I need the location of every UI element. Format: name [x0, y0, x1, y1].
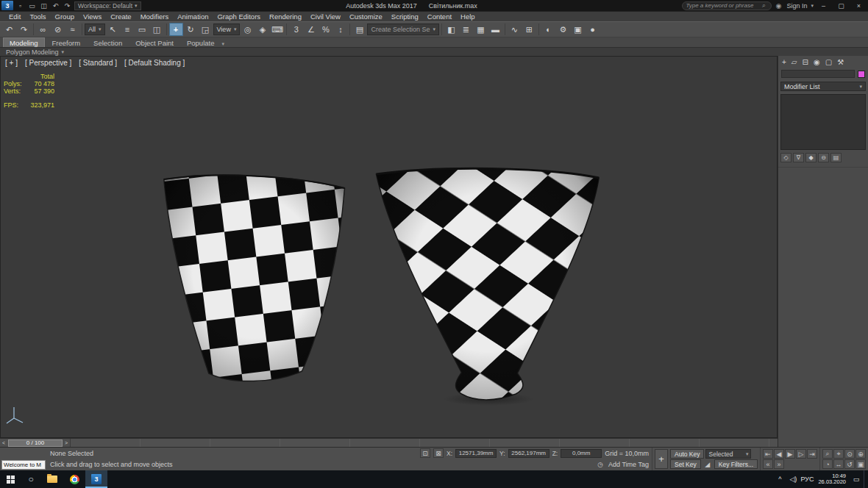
isolate-selection-icon[interactable]: ⊡: [420, 448, 430, 458]
selection-lock-icon[interactable]: ⊠: [433, 448, 444, 458]
menu-edit[interactable]: Edit: [4, 12, 25, 21]
previous-key-icon[interactable]: «: [763, 459, 773, 469]
viewport-style-label[interactable]: [ Standard ]: [79, 59, 117, 67]
language-indicator[interactable]: РУС: [800, 470, 814, 488]
search-box[interactable]: ⌕: [682, 1, 772, 10]
menu-create[interactable]: Create: [106, 12, 136, 21]
add-time-tag-button[interactable]: Add Time Tag: [608, 461, 649, 468]
search-button[interactable]: ○: [21, 470, 41, 488]
angle-snap-icon[interactable]: ∠: [304, 23, 318, 36]
use-pivot-center-icon[interactable]: ◎: [241, 23, 255, 36]
zoom-extents-all-icon[interactable]: ⊕: [855, 449, 866, 459]
notifications-icon[interactable]: ▭: [850, 470, 862, 488]
render-setup-icon[interactable]: ⚙: [556, 23, 570, 36]
motion-tab-icon[interactable]: ◉: [814, 58, 820, 66]
align-icon[interactable]: ≣: [459, 23, 473, 36]
workspace-selector[interactable]: Workspace: Default ▾: [74, 1, 141, 10]
previous-frame-icon[interactable]: ◀: [774, 449, 784, 459]
tab-selection[interactable]: Selection: [88, 38, 128, 47]
time-slider-handle[interactable]: 0 / 100: [8, 439, 63, 447]
file-explorer-button[interactable]: [41, 470, 63, 488]
spinner-snap-icon[interactable]: ↕: [333, 23, 347, 36]
show-desktop-button[interactable]: [864, 470, 867, 488]
menu-customize[interactable]: Customize: [345, 12, 387, 21]
modifier-list-dropdown[interactable]: Modifier List ▾: [780, 82, 866, 91]
zoom-extents-icon[interactable]: ⊙: [844, 449, 855, 459]
menu-civil-view[interactable]: Civil View: [306, 12, 345, 21]
curve-editor-icon[interactable]: ∿: [508, 23, 522, 36]
material-editor-icon[interactable]: ◐: [541, 23, 555, 36]
chevron-down-icon[interactable]: ▾: [811, 3, 814, 9]
select-and-move-icon[interactable]: +: [169, 23, 183, 36]
configure-modifier-sets-icon[interactable]: ▤: [830, 153, 842, 162]
viewport-view-label[interactable]: [ Perspective ]: [25, 59, 71, 67]
next-frame-icon[interactable]: ▷: [796, 449, 806, 459]
search-icon[interactable]: ⌕: [759, 1, 768, 10]
x-coordinate-field[interactable]: 12571,39mm: [455, 449, 497, 458]
save-file-icon[interactable]: ◫: [39, 1, 49, 10]
menu-animation[interactable]: Animation: [173, 12, 213, 21]
show-end-result-icon[interactable]: ∇: [793, 153, 804, 162]
selection-filter-dropdown[interactable]: All ▾: [85, 24, 105, 35]
tab-populate[interactable]: Populate: [181, 38, 221, 47]
minimize-button[interactable]: –: [816, 0, 831, 11]
zoom-icon[interactable]: ⌕: [822, 449, 833, 459]
menu-modifiers[interactable]: Modifiers: [136, 12, 174, 21]
time-slider-track[interactable]: [70, 439, 778, 447]
start-button[interactable]: [0, 470, 21, 488]
polygon-modeling-panel-label[interactable]: Polygon Modeling: [6, 49, 59, 56]
menu-views[interactable]: Views: [79, 12, 106, 21]
go-to-end-icon[interactable]: ⇥: [807, 449, 817, 459]
tab-freeform[interactable]: Freeform: [46, 38, 87, 47]
pin-stack-icon[interactable]: ◇: [780, 153, 791, 162]
zoom-all-icon[interactable]: ⌖: [833, 449, 844, 459]
maxscript-mini-listener[interactable]: Welcome to M: [1, 460, 46, 470]
checkered-cone-right[interactable]: [377, 168, 600, 400]
maximize-viewport-icon[interactable]: ▣: [855, 459, 866, 469]
tray-chevron-icon[interactable]: ^: [774, 470, 786, 488]
modifier-stack[interactable]: [780, 94, 866, 150]
default-tangents-icon[interactable]: ◢: [702, 459, 713, 469]
new-scene-icon[interactable]: ▫: [15, 1, 25, 10]
select-object-icon[interactable]: ↖: [106, 23, 120, 36]
tab-object-paint[interactable]: Object Paint: [129, 38, 179, 47]
menu-help[interactable]: Help: [456, 12, 480, 21]
close-button[interactable]: ×: [851, 0, 867, 11]
undo-icon[interactable]: ↶: [51, 1, 60, 10]
window-crossing-icon[interactable]: ◫: [150, 23, 164, 36]
bind-to-space-warp-icon[interactable]: ≈: [65, 23, 79, 36]
set-keys-button[interactable]: +: [655, 449, 668, 469]
utilities-tab-icon[interactable]: ⚒: [837, 58, 844, 66]
viewport-canvas[interactable]: [1, 57, 777, 437]
menu-rendering[interactable]: Rendering: [265, 12, 306, 21]
rendered-frame-window-icon[interactable]: ▣: [571, 23, 585, 36]
snaps-toggle-icon[interactable]: 3: [289, 23, 303, 36]
menu-tools[interactable]: Tools: [25, 12, 50, 21]
restore-button[interactable]: ▢: [833, 0, 849, 11]
menu-scripting[interactable]: Scripting: [387, 12, 423, 21]
select-and-link-icon[interactable]: ∞: [36, 23, 50, 36]
select-by-name-icon[interactable]: ≡: [121, 23, 135, 36]
field-of-view-icon[interactable]: ◔: [822, 459, 833, 469]
create-tab-icon[interactable]: +: [782, 58, 786, 66]
keyboard-override-icon[interactable]: ⌨: [270, 23, 284, 36]
y-coordinate-field[interactable]: 2562,197mm: [508, 449, 549, 458]
modify-tab-icon[interactable]: ▱: [791, 58, 797, 66]
next-key-icon[interactable]: »: [774, 459, 784, 469]
make-unique-icon[interactable]: ◆: [805, 153, 817, 162]
ribbon-toggle-icon[interactable]: ▬: [488, 23, 502, 36]
percent-snap-icon[interactable]: %: [319, 23, 332, 36]
object-color-swatch[interactable]: [858, 71, 865, 78]
named-selection-field[interactable]: Create Selection Se ▾: [367, 24, 439, 35]
display-tab-icon[interactable]: ▢: [825, 58, 832, 66]
named-selection-sets-icon[interactable]: ▤: [352, 23, 366, 36]
chevron-down-icon[interactable]: ▾: [221, 41, 224, 47]
select-and-manipulate-icon[interactable]: ◈: [255, 23, 269, 36]
render-production-icon[interactable]: ●: [586, 23, 600, 36]
key-filters-button[interactable]: Key Filters...: [714, 459, 758, 469]
pan-icon[interactable]: ↔: [833, 459, 844, 469]
play-icon[interactable]: ▶: [785, 449, 795, 459]
chrome-button[interactable]: [63, 470, 85, 488]
checkered-cup-left[interactable]: [164, 175, 345, 381]
search-input[interactable]: [686, 2, 757, 10]
